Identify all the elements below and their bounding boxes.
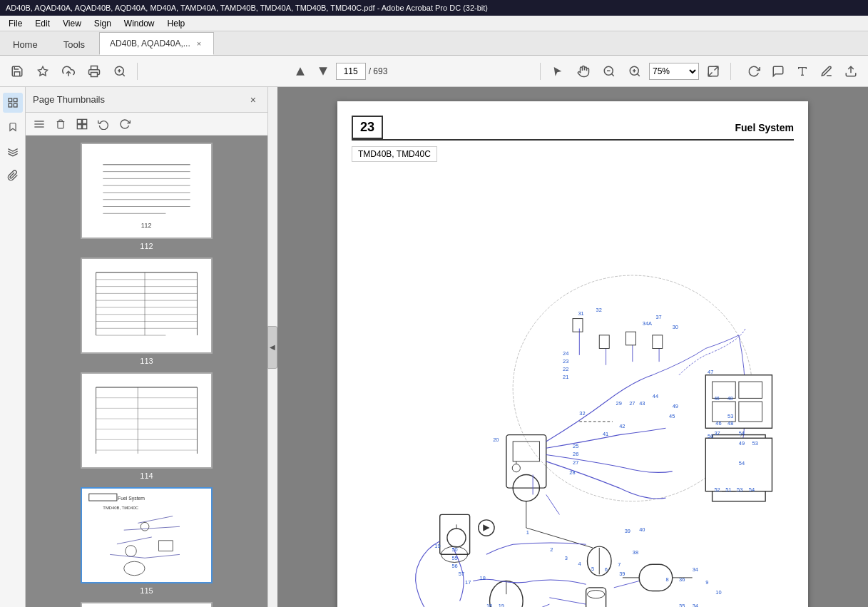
svg-text:7: 7: [618, 561, 621, 568]
svg-text:37: 37: [714, 430, 720, 437]
next-page-button[interactable]: [313, 61, 333, 81]
svg-line-4: [122, 73, 124, 76]
share-button[interactable]: [839, 60, 862, 83]
svg-text:45: 45: [669, 413, 675, 419]
bookmarks-icon-btn[interactable]: [3, 117, 23, 137]
svg-text:26: 26: [573, 451, 578, 457]
tab-doc-label: AD40B, AQAD40A,...: [110, 39, 190, 49]
thumb-delete-btn[interactable]: [51, 115, 70, 133]
svg-text:34: 34: [693, 603, 698, 607]
tab-tools[interactable]: Tools: [51, 34, 98, 55]
thumb-item-114[interactable]: 114: [81, 372, 213, 480]
menu-window[interactable]: Window: [118, 17, 160, 30]
svg-text:42: 42: [619, 423, 625, 429]
comment-button[interactable]: [767, 60, 790, 83]
svg-rect-30: [83, 119, 87, 123]
zoom-preview-button[interactable]: [108, 60, 131, 83]
svg-text:48: 48: [727, 396, 733, 401]
svg-text:18: 18: [480, 575, 486, 581]
svg-text:35: 35: [679, 603, 685, 607]
collapse-panel-btn[interactable]: ◀: [267, 326, 277, 369]
menu-sign[interactable]: Sign: [88, 17, 117, 30]
toolbar: 115 / 693 50% 75% 100% 125% 150% 200%: [0, 56, 868, 87]
svg-text:2: 2: [550, 546, 553, 553]
svg-text:19: 19: [499, 603, 504, 607]
svg-rect-68: [82, 488, 211, 582]
page-header: 23 Fuel System: [352, 116, 794, 141]
tab-close-btn[interactable]: ×: [195, 39, 203, 49]
svg-rect-121: [573, 319, 583, 332]
bookmark-button[interactable]: [31, 60, 54, 83]
print-button[interactable]: [83, 60, 106, 83]
menu-file[interactable]: File: [3, 17, 28, 30]
svg-text:TMD40B, TMD40C: TMD40B, TMD40C: [103, 506, 138, 510]
page-number-box: 23: [352, 116, 383, 139]
tab-home[interactable]: Home: [0, 34, 51, 55]
page-thumbnails-icon-btn[interactable]: [3, 93, 23, 113]
svg-point-211: [587, 591, 604, 598]
svg-text:47: 47: [708, 369, 713, 375]
svg-marker-7: [296, 67, 305, 76]
thumb-item-112[interactable]: 112 112: [81, 143, 213, 250]
menu-edit[interactable]: Edit: [29, 17, 56, 30]
page-number-input[interactable]: 115: [336, 63, 366, 80]
svg-rect-123: [626, 332, 636, 345]
attachments-icon-btn[interactable]: [3, 165, 23, 185]
thumbnails-scroll[interactable]: 112 112: [26, 136, 267, 607]
cursor-tool-button[interactable]: [546, 60, 569, 83]
hand-tool-button[interactable]: [572, 60, 595, 83]
thumb-item-115[interactable]: Fuel System TMD40B, TMD40C 115: [81, 487, 213, 595]
main-layout: Page Thumbnails ×: [0, 87, 868, 607]
svg-text:8: 8: [665, 576, 668, 583]
thumbnails-close-btn[interactable]: ×: [246, 93, 260, 107]
thumb-redo-btn[interactable]: [116, 115, 134, 133]
svg-text:1: 1: [526, 529, 529, 536]
layers-icon-btn[interactable]: [3, 141, 23, 161]
tab-document[interactable]: AD40B, AQAD40A,... ×: [99, 32, 214, 55]
svg-text:49: 49: [739, 440, 745, 447]
thumb-image-114: [81, 372, 213, 469]
svg-text:Fuel System: Fuel System: [118, 496, 145, 501]
draw-button[interactable]: [815, 60, 838, 83]
menu-help[interactable]: Help: [162, 17, 191, 30]
thumb-undo-btn[interactable]: [94, 115, 113, 133]
thumb-image-115: Fuel System TMD40B, TMD40C: [81, 487, 213, 583]
prev-page-button[interactable]: [290, 61, 310, 81]
svg-text:38: 38: [633, 549, 638, 556]
svg-text:21: 21: [563, 374, 568, 380]
svg-text:10: 10: [715, 589, 721, 596]
zoom-select[interactable]: 50% 75% 100% 125% 150% 200%: [649, 63, 699, 80]
zoom-in-button[interactable]: [623, 60, 646, 83]
zoom-out-button[interactable]: [598, 60, 621, 83]
svg-line-222: [546, 494, 560, 514]
menu-view[interactable]: View: [57, 17, 87, 30]
svg-text:28: 28: [569, 469, 575, 476]
upload-button[interactable]: [57, 60, 80, 83]
thumb-image-112: 112: [81, 143, 213, 239]
thumb-extract-btn[interactable]: [73, 115, 91, 133]
thumb-image-113: [81, 257, 213, 354]
thumb-item-116[interactable]: 116: [81, 602, 213, 607]
page-section-title: Fuel System: [735, 122, 794, 133]
thumb-item-113[interactable]: 113: [81, 257, 213, 365]
thumb-label-115: 115: [140, 586, 153, 595]
svg-text:46: 46: [715, 420, 721, 427]
rotate-button[interactable]: [742, 60, 765, 83]
svg-text:17: 17: [465, 579, 471, 586]
highlight-button[interactable]: [791, 60, 814, 83]
svg-line-215: [549, 598, 586, 604]
fit-page-button[interactable]: [702, 60, 725, 83]
save-button[interactable]: [6, 60, 29, 83]
pdf-content[interactable]: 23 Fuel System TMD40B, TMD40C: [277, 87, 868, 607]
page-subtitle: TMD40B, TMD40C: [352, 146, 437, 162]
svg-marker-8: [319, 67, 327, 76]
svg-marker-0: [38, 66, 47, 76]
thumb-menu-btn[interactable]: [30, 115, 48, 133]
svg-rect-31: [77, 124, 81, 128]
svg-rect-23: [14, 98, 17, 102]
svg-rect-32: [83, 124, 87, 128]
svg-text:25: 25: [573, 443, 578, 449]
svg-text:40: 40: [639, 526, 645, 533]
svg-text:54: 54: [749, 486, 755, 493]
thumb-label-112: 112: [140, 242, 153, 250]
